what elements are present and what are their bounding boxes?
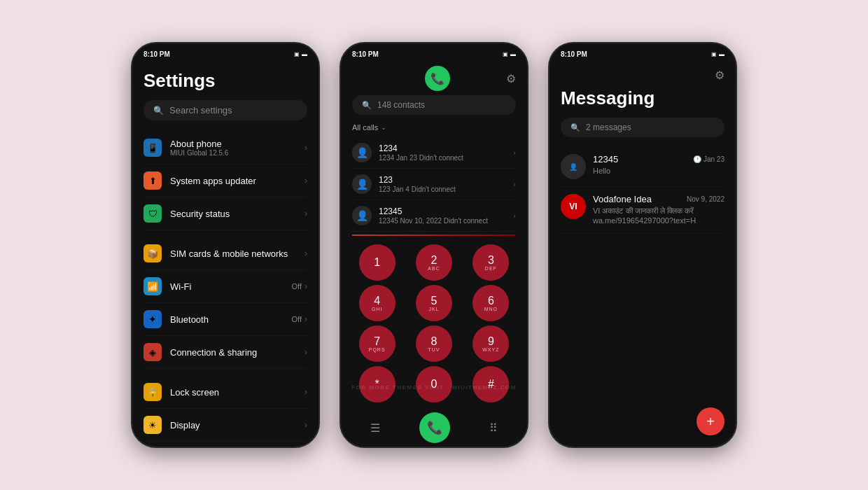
connection-arrow: ›	[304, 347, 307, 357]
call-item-1234[interactable]: 👤 1234 1234 Jan 23 Didn't connect ›	[352, 137, 516, 169]
call-button[interactable]: 📞	[419, 412, 450, 443]
settings-item-display[interactable]: ☀ Display ›	[144, 409, 307, 442]
dialer-search-icon: 🔍	[362, 101, 372, 110]
dialpad-btn-4[interactable]: 4GHI	[359, 285, 396, 321]
security-arrow: ›	[304, 209, 307, 218]
msg-body-12345: 12345 🕐 Jan 23 Hello	[593, 154, 724, 176]
battery-icon-2: ▬	[510, 51, 516, 57]
call-item-12345[interactable]: 👤 12345 12345 Nov 10, 2022 Didn't connec…	[352, 200, 516, 232]
connection-icon: ◈	[144, 343, 162, 361]
dialpad-btn-8[interactable]: 8TUV	[416, 326, 452, 362]
dialpad-btn-1[interactable]: 1	[359, 244, 396, 281]
security-label: Security status	[170, 209, 304, 219]
settings-item-sound[interactable]: 🔊 Sound & vibration ›	[144, 442, 307, 448]
msg-date-12345: 🕐 Jan 23	[693, 155, 724, 163]
about-sublabel: MIUI Global 12.5.6	[170, 149, 304, 157]
about-arrow: ›	[304, 143, 307, 153]
settings-item-bluetooth[interactable]: ✦ Bluetooth Off ›	[144, 303, 307, 336]
msg-search-icon: 🔍	[570, 123, 580, 132]
dialer-gear-icon[interactable]: ⚙	[506, 72, 516, 85]
call-info-1: 1234 1234 Jan 23 Didn't connect	[379, 144, 513, 162]
status-time-2: 8:10 PM	[352, 50, 379, 58]
phone-dialer: 8:10 PM ▣ ▬ 📞 ⚙ 🔍 148 contacts All c	[340, 42, 528, 448]
status-icons-3: ▣ ▬	[711, 51, 724, 57]
wifi-arrow: ›	[304, 281, 307, 291]
dialpad-btn-2[interactable]: 2ABC	[416, 244, 452, 281]
call-name-1: 1234	[379, 144, 513, 153]
status-bar-settings: 8:10 PM ▣ ▬	[132, 43, 318, 63]
phone-settings: 8:10 PM ▣ ▬ Settings 🔍 Search settings 📱…	[131, 42, 320, 448]
battery-icon-1: ▬	[302, 51, 307, 57]
dialpad-btn-6[interactable]: 6MNO	[472, 285, 509, 321]
signal-icon-1: ▣	[294, 51, 300, 57]
msg-item-12345[interactable]: 👤 12345 🕐 Jan 23 Hello	[561, 147, 724, 187]
dialpad-btn-3[interactable]: 3DEF	[472, 244, 509, 281]
msg-search-text: 2 messages	[586, 122, 631, 132]
sim-label: SIM cards & mobile networks	[170, 248, 304, 259]
settings-item-sim[interactable]: 📦 SIM cards & mobile networks ›	[144, 237, 307, 270]
msg-name-12345: 12345	[593, 154, 618, 164]
dialer-phone-icon: 📞	[425, 66, 450, 91]
security-icon: 🛡	[144, 204, 162, 223]
display-arrow: ›	[304, 420, 307, 430]
search-bar[interactable]: 🔍 Search settings	[144, 100, 307, 120]
status-icons-2: ▣ ▬	[503, 51, 516, 57]
battery-icon-3: ▬	[719, 51, 724, 57]
status-time-1: 8:10 PM	[144, 50, 170, 58]
display-label: Display	[170, 420, 304, 430]
dialpad-btn-9[interactable]: 9WXYZ	[472, 326, 509, 362]
wifi-icon: 📶	[144, 277, 162, 295]
settings-item-updater[interactable]: ⬆ System apps updater ›	[144, 164, 307, 197]
msg-header: ⚙	[561, 69, 724, 82]
updater-arrow: ›	[304, 176, 307, 186]
watermark: FOR MORE THEMES VISIT - MIUITHEMEZ.COM	[341, 384, 527, 391]
call-name-3: 12345	[379, 206, 513, 216]
msg-avatar-12345: 👤	[561, 154, 586, 179]
bluetooth-arrow: ›	[304, 314, 307, 324]
dialpad-icon[interactable]: ⠿	[489, 421, 498, 435]
display-icon: ☀	[144, 416, 162, 434]
signal-icon-3: ▣	[711, 51, 717, 57]
all-calls-text: All calls	[352, 123, 378, 132]
dialer-search-text: 148 contacts	[377, 100, 425, 110]
settings-item-about[interactable]: 📱 About phone MIUI Global 12.5.6 ›	[144, 132, 307, 164]
dialer-search-bar[interactable]: 🔍 148 contacts	[352, 95, 516, 115]
status-icons-1: ▣ ▬	[294, 51, 307, 57]
connection-label: Connection & sharing	[170, 347, 304, 358]
sim-icon: 📦	[144, 244, 162, 262]
menu-icon[interactable]: ☰	[370, 421, 380, 435]
call-chevron-2: ›	[513, 180, 516, 188]
msg-search-bar[interactable]: 🔍 2 messages	[561, 118, 724, 137]
all-calls-bar[interactable]: All calls ⌄	[352, 120, 516, 134]
bluetooth-label: Bluetooth	[170, 314, 292, 325]
settings-item-wifi[interactable]: 📶 Wi-Fi Off ›	[144, 270, 307, 303]
sim-arrow: ›	[304, 248, 307, 258]
settings-item-connection[interactable]: ◈ Connection & sharing ›	[144, 336, 307, 369]
call-chevron-3: ›	[513, 211, 516, 220]
lock-label: Lock screen	[170, 387, 304, 398]
msg-preview-vodafone: VI अकाउंट की जानकारी ले क्लिक करें wa.me…	[593, 206, 724, 226]
call-item-123[interactable]: 👤 123 123 Jan 4 Didn't connect ›	[352, 169, 516, 200]
signal-icon-2: ▣	[503, 51, 508, 57]
dialpad-btn-7[interactable]: 7PQRS	[359, 326, 396, 362]
wifi-value: Off	[292, 282, 302, 290]
call-detail-1: 1234 Jan 23 Didn't connect	[379, 154, 513, 162]
call-detail-3: 12345 Nov 10, 2022 Didn't connect	[379, 217, 513, 225]
msg-preview-12345: Hello	[593, 166, 724, 176]
status-time-3: 8:10 PM	[561, 50, 587, 58]
call-info-3: 12345 12345 Nov 10, 2022 Didn't connect	[379, 206, 513, 225]
call-avatar-3: 👤	[352, 206, 372, 225]
fab-button[interactable]: +	[696, 407, 724, 435]
updater-icon: ⬆	[144, 172, 162, 190]
settings-item-security[interactable]: 🛡 Security status ›	[144, 197, 307, 230]
msg-gear-icon[interactable]: ⚙	[715, 69, 724, 82]
call-avatar-1: 👤	[352, 143, 372, 162]
lock-arrow: ›	[304, 387, 307, 397]
status-bar-messaging: 8:10 PM ▣ ▬	[550, 43, 736, 63]
dialpad-btn-5[interactable]: 5JKL	[416, 285, 452, 321]
phone-messaging: 8:10 PM ▣ ▬ ⚙ Messaging 🔍 2 messages 👤 1…	[548, 42, 737, 448]
msg-item-vodafone[interactable]: VI Vodafone Idea Nov 9, 2022 VI अकाउंट क…	[561, 187, 724, 234]
settings-item-lockscreen[interactable]: 🔒 Lock screen ›	[144, 376, 307, 409]
status-bar-dialer: 8:10 PM ▣ ▬	[341, 43, 527, 63]
about-label: About phone	[170, 139, 304, 149]
